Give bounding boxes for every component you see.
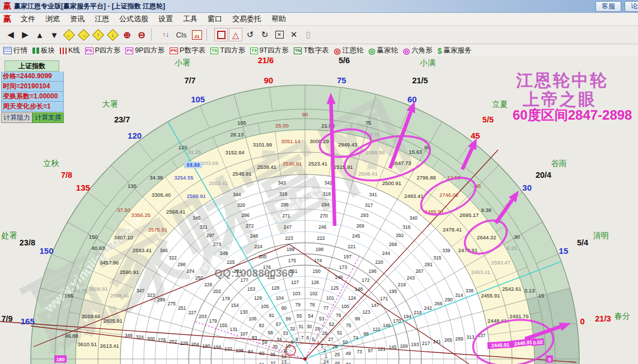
svg-text:48: 48	[335, 361, 340, 364]
svg-text:27: 27	[328, 337, 334, 342]
svg-text:244: 244	[382, 250, 390, 256]
hexagon-button[interactable]: ◎六角形	[403, 46, 433, 55]
forward-icon[interactable]: ▶	[18, 28, 32, 41]
p-square-button[interactable]: PSP四方形	[85, 46, 121, 55]
calendar-icon[interactable]: 21	[190, 28, 204, 41]
menu-item-2[interactable]: 浏览	[40, 15, 65, 23]
forum-button[interactable]: 论坛	[625, 1, 638, 12]
svg-text:37.50: 37.50	[117, 207, 130, 213]
svg-text:25: 25	[335, 352, 340, 357]
svg-text:105: 105	[191, 94, 205, 104]
menu-item-3[interactable]: 资讯	[65, 15, 90, 23]
rotate-ccw-icon[interactable]: ↺	[243, 28, 257, 41]
svg-text:9: 9	[290, 339, 293, 345]
back-icon[interactable]: ◀	[4, 28, 17, 41]
svg-text:29: 29	[315, 326, 320, 332]
updown-icon[interactable]: ↑↓	[159, 28, 172, 41]
svg-text:105: 105	[237, 120, 246, 126]
sectors-button-label: 板块	[41, 46, 55, 55]
svg-text:197: 197	[344, 254, 351, 259]
calc-resistance-button[interactable]: 计算阻力	[1, 112, 32, 123]
kline-button[interactable]: K线	[60, 46, 80, 55]
menu-item-10[interactable]: 帮助	[266, 15, 291, 23]
svg-text:73: 73	[356, 349, 362, 354]
t-square-button[interactable]: TST四方形	[210, 46, 245, 55]
kline-icon	[60, 48, 67, 54]
svg-text:342: 342	[324, 180, 332, 186]
xbox-icon[interactable]: ✕	[273, 28, 286, 41]
zoom-out-icon[interactable]: ⊖	[135, 28, 148, 41]
menu-item-5[interactable]: 公式选股	[114, 15, 153, 23]
svg-text:265: 265	[444, 337, 452, 343]
svg-text:12: 12	[282, 353, 287, 359]
svg-text:155: 155	[219, 323, 227, 328]
t-table-button[interactable]: TNT数字表	[294, 46, 329, 55]
svg-text:1: 1	[325, 353, 327, 359]
svg-text:132: 132	[224, 346, 232, 352]
svg-text:275: 275	[168, 301, 176, 306]
svg-text:203: 203	[199, 314, 207, 319]
center-cross-icon[interactable]: ✕	[287, 28, 301, 41]
svg-text:小署: 小署	[175, 58, 190, 67]
pan-left-icon[interactable]: ←	[62, 28, 76, 41]
svg-text:322: 322	[168, 255, 176, 261]
up-triangle-icon[interactable]: ▲	[33, 28, 46, 41]
svg-text:28: 28	[322, 330, 328, 336]
t9-square-button[interactable]: T99T四方形	[250, 46, 288, 55]
svg-text:2530.91: 2530.91	[283, 160, 302, 167]
p-table-button[interactable]: PNP数字表	[170, 46, 205, 55]
svg-text:2598.41: 2598.41	[110, 292, 129, 299]
svg-text:2538.41: 2538.41	[257, 164, 276, 170]
svg-text:169: 169	[400, 343, 407, 349]
zoom-in-icon[interactable]: ⊕	[120, 28, 134, 41]
svg-text:347: 347	[137, 288, 144, 294]
svg-text:2491.76: 2491.76	[509, 313, 528, 319]
pan-down-icon[interactable]: ↓	[106, 28, 119, 41]
svg-text:345: 345	[193, 215, 200, 221]
svg-text:199: 199	[287, 247, 294, 252]
menu-item-4[interactable]: 江恩	[90, 15, 114, 23]
calc-support-button[interactable]: 计算支撑	[32, 112, 64, 123]
service-button[interactable]: 客服	[595, 1, 621, 12]
svg-text:45: 45	[471, 131, 480, 140]
cls-button[interactable]: Cls	[173, 28, 189, 41]
menu-item-1[interactable]: 文件	[16, 15, 40, 23]
rotate-cw-icon[interactable]: ↻	[258, 28, 271, 41]
svg-text:2847.73: 2847.73	[392, 160, 411, 166]
gann-wheel-button[interactable]: ◎江恩轮	[334, 46, 364, 55]
svg-text:344: 344	[233, 192, 241, 197]
svg-text:296: 296	[242, 212, 250, 218]
menu-item-7[interactable]: 工具	[178, 15, 203, 23]
sectors-button[interactable]: 板块	[32, 46, 55, 55]
menu-item-6[interactable]: 设置	[153, 15, 178, 23]
svg-text:2746.02: 2746.02	[439, 192, 458, 198]
eraser-icon[interactable]: ▯	[302, 28, 315, 41]
svg-text:145: 145	[389, 344, 397, 350]
winner-wheel-icon: ◎	[368, 47, 375, 55]
svg-text:54: 54	[308, 313, 313, 319]
pan-right-icon[interactable]: →	[77, 28, 90, 41]
t-square-button-label: T四方形	[220, 46, 245, 55]
quotes-icon	[3, 47, 12, 54]
menu-item-8[interactable]: 窗口	[203, 15, 227, 23]
winner-service-button[interactable]: $赢家服务	[438, 46, 472, 55]
menu-item-9[interactable]: 交易委托	[227, 15, 266, 23]
triangle-tool-icon[interactable]: △	[229, 28, 242, 41]
svg-text:15.63: 15.63	[409, 149, 423, 155]
quotes-button[interactable]: 行情	[3, 46, 27, 55]
p9-square-button[interactable]: P99P四方形	[125, 46, 165, 55]
svg-text:295: 295	[281, 202, 289, 207]
svg-text:153: 153	[247, 286, 255, 292]
svg-text:2583.41: 2583.41	[133, 247, 152, 253]
svg-text:249: 249	[220, 250, 228, 256]
svg-text:241: 241	[433, 339, 441, 344]
svg-text:193: 193	[411, 342, 419, 347]
pan-up-icon[interactable]: ↑	[91, 28, 105, 41]
svg-text:225: 225	[227, 259, 234, 265]
svg-text:274: 274	[186, 268, 194, 274]
down-triangle-icon[interactable]: ▼	[48, 28, 61, 41]
svg-text:30: 30	[514, 234, 520, 240]
square-tool-icon[interactable]	[214, 28, 228, 41]
winner-wheel-button[interactable]: ◎赢家轮	[368, 46, 398, 55]
svg-text:小满: 小满	[420, 58, 435, 67]
